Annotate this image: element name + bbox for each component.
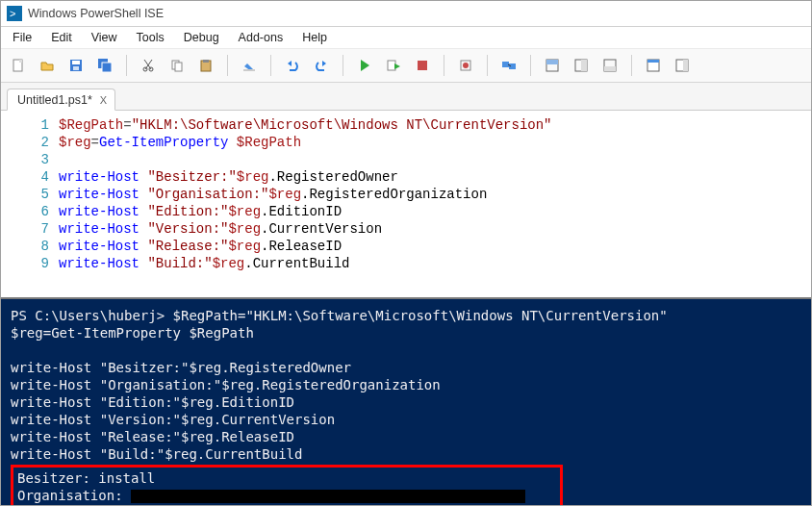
console-line: write-Host "Organisation:"$reg.Registere… [11,377,441,392]
remote-icon[interactable] [497,54,520,77]
clear-icon[interactable] [238,54,261,77]
console-line: write-Host "Besitzer:"$reg.RegisteredOwn… [11,360,351,375]
menu-edit[interactable]: Edit [41,29,82,46]
run-icon[interactable] [353,54,376,77]
code-area[interactable]: $RegPath="HKLM:\Software\Microsoft\Windo… [59,116,811,291]
open-file-icon[interactable] [36,54,59,77]
line-number: 8 [41,239,49,254]
run-selection-icon[interactable] [382,54,405,77]
code-token: $RegPath [228,135,301,150]
console-line: write-Host "Release:"$reg.ReleaseID [11,429,294,444]
output-value: install [98,470,155,486]
copy-icon[interactable] [165,54,189,77]
console-line: $reg=Get-ItemProperty $RegPath [11,325,254,341]
svg-rect-15 [243,69,255,71]
show-command-addon-icon[interactable] [671,54,694,77]
console-line: write-Host "Edition:"$reg.EditionID [11,394,294,410]
code-token: "Edition:" [147,204,228,219]
show-command-icon[interactable] [642,54,665,77]
line-number: 3 [41,152,49,167]
line-number: 6 [41,204,49,219]
code-token: "Besitzer:" [147,169,236,185]
svg-rect-8 [102,63,112,72]
code-token: .CurrentBuild [244,256,349,271]
layout-script-top-icon[interactable] [541,54,564,77]
code-token: $reg [268,187,301,202]
console-line: write-Host "Version:"$reg.CurrentVersion [11,412,335,427]
code-token: .ReleaseID [261,239,342,254]
code-token: = [91,135,99,150]
svg-rect-29 [647,60,659,63]
line-number: 7 [41,221,49,237]
code-token: .RegisteredOwner [268,169,397,185]
tab-strip: Untitled1.ps1* X [1,83,811,111]
redo-icon[interactable] [310,54,333,77]
menu-view[interactable]: View [82,29,127,46]
code-token: write-Host [59,239,147,254]
svg-rect-21 [509,63,516,69]
save-all-icon[interactable] [93,54,116,77]
redacted-bar [131,490,525,503]
console-line: write-Host "Build:"$reg.CurrentBuild [11,446,302,462]
layout-script-max-icon[interactable] [598,54,622,77]
new-file-icon[interactable] [7,54,30,77]
menu-help[interactable]: Help [292,29,337,46]
cut-icon[interactable] [137,54,160,77]
svg-rect-5 [72,61,80,64]
stop-icon[interactable] [411,54,434,77]
toolbar-separator [631,55,632,76]
breakpoint-icon[interactable] [454,54,477,77]
undo-icon[interactable] [281,54,304,77]
line-number: 9 [41,256,49,271]
code-token: "Build:" [147,256,212,271]
toolbar [1,48,811,83]
layout-script-right-icon[interactable] [570,54,593,77]
tab-close-icon[interactable]: X [100,94,107,106]
svg-rect-20 [502,62,509,67]
script-tab[interactable]: Untitled1.ps1* X [7,89,115,111]
svg-rect-25 [581,60,587,71]
paste-icon[interactable] [194,54,217,77]
code-token: $reg [228,239,261,254]
menu-addons[interactable]: Add-ons [229,29,293,46]
script-editor[interactable]: 1 2 3 4 5 6 7 8 9 $RegPath="HKLM:\Softwa… [1,111,811,297]
app-window: > Windows PowerShell ISE File Edit View … [0,0,812,506]
svg-rect-23 [546,60,558,64]
svg-rect-3 [19,60,22,63]
code-token: write-Host [59,169,147,185]
line-number: 4 [41,169,49,185]
code-token: write-Host [59,187,147,202]
code-token: .CurrentVersion [261,221,382,237]
menu-bar: File Edit View Tools Debug Add-ons Help [1,27,811,48]
svg-rect-31 [683,60,688,71]
menu-tools[interactable]: Tools [127,29,174,46]
console-output: PS C:\Users\huberj> $RegPath="HKLM:\Soft… [11,307,801,505]
menu-debug[interactable]: Debug [174,29,229,46]
toolbar-separator [444,55,444,76]
code-token: "Version:" [147,221,228,237]
code-token: write-Host [59,221,147,237]
code-token: $reg [59,135,91,150]
code-token: $RegPath [59,117,123,133]
code-token: .RegisteredOrganization [301,187,487,202]
svg-rect-16 [388,61,395,70]
line-gutter: 1 2 3 4 5 6 7 8 9 [1,116,59,291]
svg-text:>: > [10,8,15,19]
svg-point-19 [463,63,469,68]
console-line: PS C:\Users\huberj> $RegPath="HKLM:\Soft… [11,308,668,323]
code-token: "HKLM:\Software\Microsoft\Windows NT\Cur… [132,117,552,133]
toolbar-separator [530,55,531,76]
output-line: Besitzer: [17,470,98,486]
toolbar-separator [126,55,127,76]
output-line: Organisation: [17,488,131,503]
toolbar-separator [227,55,228,76]
code-token: $reg [213,256,245,271]
console-pane[interactable]: PS C:\Users\huberj> $RegPath="HKLM:\Soft… [1,297,811,505]
line-number: 5 [41,187,49,202]
menu-file[interactable]: File [3,29,41,46]
line-number: 2 [41,135,49,150]
line-number: 1 [41,117,49,133]
save-icon[interactable] [64,54,88,77]
app-icon: > [7,6,22,21]
code-token: = [123,117,131,133]
